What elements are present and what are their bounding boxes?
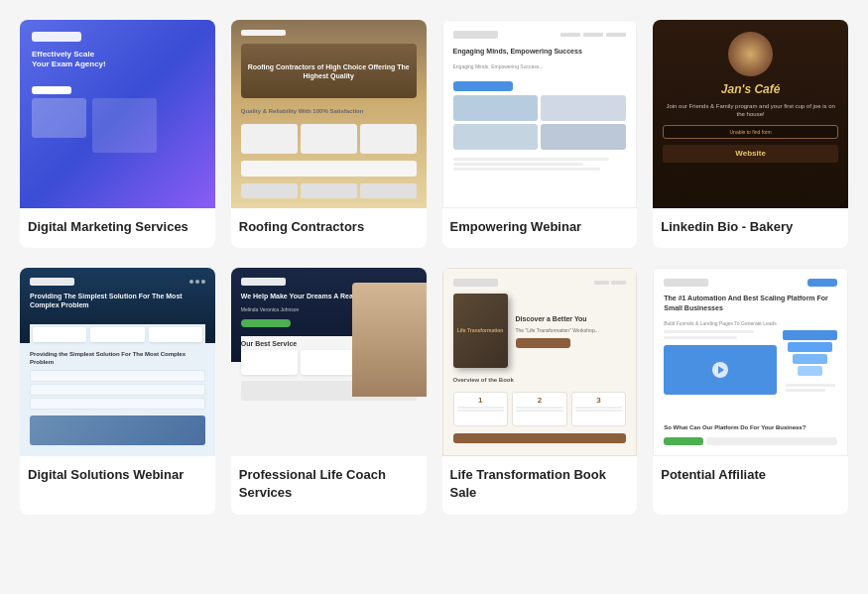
mock-button — [516, 338, 570, 348]
card-book-sale[interactable]: Life Transformation Discover a Better Yo… — [442, 268, 638, 514]
mock-nav-item — [611, 281, 626, 285]
mock-bottom-btns — [664, 437, 837, 445]
card-label: Empowering Webinar — [442, 208, 638, 248]
mock-row — [241, 183, 417, 198]
mock-cta-button — [453, 433, 627, 443]
card-thumbnail: Life Transformation Discover a Better Yo… — [442, 268, 638, 456]
mock-book-title: Life Transformation — [453, 323, 508, 338]
mock-play-area — [664, 345, 777, 395]
mock-nav-item — [594, 281, 609, 285]
card-thumbnail: Engaging Minds, Empowering Success Engag… — [442, 20, 638, 208]
mock-image — [453, 124, 539, 150]
mock-feature — [30, 370, 205, 382]
mock-button — [453, 81, 513, 91]
card-thumbnail: We Help Make Your Dreams A Reality. Meli… — [231, 268, 427, 456]
mock-mini-card — [241, 124, 298, 154]
mock-cards — [241, 124, 417, 154]
mock-image-grid — [453, 95, 627, 150]
mock-step-line — [516, 410, 563, 412]
thumbnail-mockup: We Help Make Your Dreams A Reality. Meli… — [231, 268, 427, 456]
mock-play-button — [712, 362, 728, 378]
card-digital-solutions[interactable]: Providing The Simplest Solution For The … — [20, 268, 215, 514]
mock-button — [241, 319, 291, 327]
mock-step-lines — [575, 407, 623, 413]
card-label: Linkedin Bio - Bakery — [653, 208, 848, 248]
mock-text: The "Life Transformation" Workshop... — [516, 327, 627, 334]
mock-button — [32, 86, 71, 94]
mock-stat — [90, 327, 144, 342]
mock-form-error-text: Unable to find form — [730, 129, 772, 135]
mock-mini-card — [360, 124, 417, 154]
mock-stat — [33, 327, 86, 342]
card-label: Life Transformation Book Sale — [442, 456, 638, 514]
mock-block-1 — [32, 98, 86, 138]
mock-mini-card — [301, 124, 357, 154]
mock-section — [241, 161, 417, 177]
card-webinar[interactable]: Engaging Minds, Empowering Success Engag… — [442, 20, 638, 248]
mock-stats — [30, 324, 205, 345]
card-label: Digital Solutions Webinar — [20, 456, 215, 496]
mock-bottom-image — [30, 416, 205, 445]
mock-step-num: 2 — [538, 396, 542, 405]
mock-bottom — [453, 158, 627, 171]
mock-step-num: 1 — [478, 396, 482, 405]
thumbnail-mockup: Providing The Simplest Solution For The … — [20, 268, 215, 456]
card-roofing[interactable]: Roofing Contractors of High Choice Offer… — [231, 20, 427, 248]
mock-green-btn — [664, 437, 703, 445]
mock-line — [453, 168, 601, 171]
thumbnail-mockup: Life Transformation Discover a Better Yo… — [442, 268, 638, 456]
mock-step-line — [516, 407, 563, 409]
mock-line — [453, 158, 609, 161]
card-bakery[interactable]: Jan's Café Join our Friends & Family pro… — [653, 20, 848, 248]
mock-dots — [189, 280, 205, 284]
mock-line — [453, 163, 583, 166]
mock-step-line — [575, 407, 623, 409]
card-life-coach[interactable]: We Help Make Your Dreams A Reality. Meli… — [231, 268, 427, 514]
template-grid: Effectively Scale Your Exam Agency! Digi… — [20, 20, 848, 515]
card-thumbnail: Roofing Contractors of High Choice Offer… — [231, 20, 427, 208]
card-thumbnail: Providing The Simplest Solution For The … — [20, 268, 215, 456]
thumbnail-mockup: Jan's Café Join our Friends & Family pro… — [653, 20, 848, 208]
mock-line — [664, 336, 737, 339]
card-digital-marketing[interactable]: Effectively Scale Your Exam Agency! Digi… — [20, 20, 215, 248]
mock-logo — [453, 31, 498, 39]
mock-content-area — [664, 330, 837, 416]
mock-nav-item — [606, 33, 626, 37]
thumbnail-mockup: Roofing Contractors of High Choice Offer… — [231, 20, 427, 208]
mock-headline: Providing The Simplest Solution For The … — [30, 292, 205, 309]
card-label: Potential Affiliate — [653, 456, 848, 496]
mock-subtext: Build Funnels & Landing Pages To Generat… — [664, 320, 837, 327]
mock-line — [786, 389, 825, 392]
thumbnail-mockup: Effectively Scale Your Exam Agency! — [20, 20, 215, 208]
mock-topbar — [453, 279, 627, 287]
mock-topbar — [30, 278, 205, 286]
card-label: Digital Marketing Services — [20, 208, 215, 248]
mock-section-title: Overview of the Book — [453, 377, 627, 383]
mock-coffee-icon — [728, 32, 773, 76]
mock-block — [360, 183, 417, 198]
mock-hero: Roofing Contractors of High Choice Offer… — [241, 44, 417, 98]
mock-bottom-headline: Providing the Simplest Solution For The … — [30, 351, 205, 367]
mock-feature — [30, 398, 205, 410]
mock-website-button: Website — [663, 145, 838, 163]
thumbnail-mockup: Engaging Minds, Empowering Success Engag… — [442, 20, 638, 208]
mock-block-2 — [92, 98, 157, 153]
mock-image — [453, 95, 539, 121]
card-thumbnail: The #1 Automation And Best Scaling Platf… — [653, 268, 848, 456]
mock-dot — [195, 280, 199, 284]
mock-image — [541, 124, 626, 150]
mock-content — [32, 98, 157, 153]
mock-subtext: Engaging Minds, Empowering Success... — [453, 63, 627, 69]
mock-line — [786, 384, 835, 387]
mock-bottom: Providing the Simplest Solution For The … — [30, 348, 205, 448]
mock-headline: Engaging Minds, Empowering Success — [453, 47, 627, 56]
mock-form-error: Unable to find form — [663, 125, 838, 139]
card-affiliate[interactable]: The #1 Automation And Best Scaling Platf… — [653, 268, 848, 514]
card-thumbnail: Jan's Café Join our Friends & Family pro… — [653, 20, 848, 208]
mock-service-card — [301, 350, 357, 375]
mock-line — [664, 330, 754, 333]
mock-stat — [149, 327, 202, 342]
mock-book-section: Life Transformation Discover a Better Yo… — [453, 294, 627, 368]
mock-video — [664, 345, 777, 395]
mock-logo — [453, 279, 498, 287]
